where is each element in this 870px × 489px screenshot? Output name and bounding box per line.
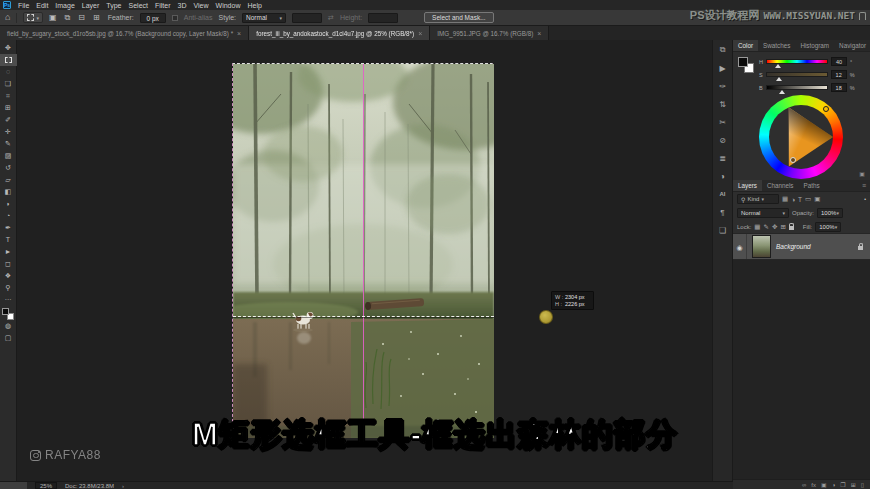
object-selection-tool[interactable]: ❏: [0, 78, 17, 90]
close-icon[interactable]: ×: [537, 30, 541, 37]
close-icon[interactable]: ×: [237, 30, 241, 37]
feather-input[interactable]: 0 px: [140, 13, 166, 23]
paragraph-panel-icon[interactable]: ¶: [715, 205, 731, 219]
guide-line[interactable]: [363, 64, 364, 438]
panel-color-swatches[interactable]: [738, 57, 754, 73]
timeline-panel-icon[interactable]: ≣: [715, 151, 731, 165]
tab-navigator[interactable]: Navigator: [834, 40, 870, 51]
lock-position-icon[interactable]: ✥: [772, 223, 777, 231]
width-input[interactable]: [292, 13, 322, 23]
lock-artboard-icon[interactable]: ⊞: [780, 223, 785, 231]
antialias-checkbox[interactable]: [172, 15, 178, 21]
libraries-panel-icon[interactable]: ❏: [715, 223, 731, 237]
blur-tool[interactable]: ◗: [0, 198, 17, 210]
home-icon[interactable]: ⌂: [5, 13, 10, 22]
shape-filter-icon[interactable]: ▭: [805, 195, 811, 203]
clone-stamp-tool[interactable]: ▨: [0, 150, 17, 162]
properties-panel-icon[interactable]: ⧉: [715, 43, 731, 57]
menu-filter[interactable]: Filter: [155, 2, 171, 9]
layer-mask-icon[interactable]: ▣: [821, 481, 827, 488]
menu-3d[interactable]: 3D: [178, 2, 187, 9]
document-tab-forest[interactable]: forest_iii_by_andokastock_d1ci4u7.jpg @ …: [249, 26, 430, 40]
intersect-selection-mode[interactable]: ⊞: [93, 13, 102, 22]
delete-layer-icon[interactable]: ▯: [861, 481, 864, 488]
foreground-background-swatches[interactable]: [2, 308, 14, 320]
saturation-value[interactable]: 12: [831, 70, 847, 79]
history-brush-tool[interactable]: ↺: [0, 162, 17, 174]
layer-visibility-eye-icon[interactable]: ◉: [733, 234, 747, 259]
panel-menu-icon[interactable]: ≡: [858, 180, 870, 191]
document-tab-field[interactable]: field_by_sugary_stock_d1ro5sb.jpg @ 16.7…: [0, 26, 249, 40]
menu-help[interactable]: Help: [247, 2, 261, 9]
layer-name[interactable]: Background: [776, 243, 858, 250]
foreground-color-swatch[interactable]: [738, 57, 748, 67]
type-filter-icon[interactable]: T: [798, 196, 802, 203]
tab-histogram[interactable]: Histogram: [795, 40, 834, 51]
color-wheel[interactable]: [759, 95, 843, 179]
frame-tool[interactable]: ⊞: [0, 102, 17, 114]
opacity-input[interactable]: 100% ▾: [817, 208, 843, 218]
adjustments-panel-icon[interactable]: ◑: [715, 169, 731, 183]
menu-window[interactable]: Window: [216, 2, 241, 9]
screen-mode-button[interactable]: ▢: [0, 332, 17, 344]
hue-marker[interactable]: [823, 106, 829, 112]
rectangle-tool[interactable]: ◻: [0, 258, 17, 270]
menu-image[interactable]: Image: [55, 2, 74, 9]
add-selection-mode[interactable]: ⧉: [65, 13, 73, 23]
menu-type[interactable]: Type: [106, 2, 121, 9]
subtract-selection-mode[interactable]: ⊟: [78, 13, 87, 22]
wheel-options-icon[interactable]: ▣: [859, 170, 865, 177]
current-tool-preset[interactable]: ▾: [23, 12, 43, 23]
glyphs-panel-icon[interactable]: ✂: [715, 115, 731, 129]
menu-view[interactable]: View: [194, 2, 209, 9]
path-selection-tool[interactable]: ►: [0, 246, 17, 258]
type-tool[interactable]: T: [0, 234, 17, 246]
smart-object-filter-icon[interactable]: ▣: [814, 195, 820, 203]
blend-mode-select[interactable]: Normal ▾: [737, 208, 789, 218]
tab-swatches[interactable]: Swatches: [758, 40, 795, 51]
layer-group-icon[interactable]: ❐: [840, 481, 845, 488]
quick-mask-button[interactable]: ◍: [0, 320, 17, 332]
brightness-slider[interactable]: [766, 85, 828, 90]
shade-marker[interactable]: [790, 157, 796, 163]
dodge-tool[interactable]: ◔: [0, 210, 17, 222]
pen-tool[interactable]: ✒: [0, 222, 17, 234]
brightness-value[interactable]: 18: [831, 83, 847, 92]
brush-settings-panel-icon[interactable]: ✑: [715, 79, 731, 93]
symmetry-panel-icon[interactable]: ⊘: [715, 133, 731, 147]
hand-tool[interactable]: ❖: [0, 270, 17, 282]
ai-panel-icon[interactable]: AI: [715, 187, 731, 201]
rectangular-marquee-tool[interactable]: [0, 54, 17, 66]
gradient-tool[interactable]: ◧: [0, 186, 17, 198]
actions-panel-icon[interactable]: ▶: [715, 61, 731, 75]
menu-file[interactable]: File: [18, 2, 29, 9]
status-options-chevron[interactable]: ›: [122, 483, 124, 489]
paragraph-styles-panel-icon[interactable]: ⇅: [715, 97, 731, 111]
new-layer-icon[interactable]: ⊞: [851, 481, 856, 488]
adjustment-layer-icon[interactable]: ◑: [832, 482, 836, 488]
link-layers-icon[interactable]: ∞: [802, 482, 806, 488]
hue-slider[interactable]: [766, 59, 828, 64]
menu-select[interactable]: Select: [129, 2, 148, 9]
pixel-filter-icon[interactable]: ▦: [782, 195, 788, 203]
style-select[interactable]: Normal ▾: [242, 13, 286, 23]
adjustment-filter-icon[interactable]: ◑: [791, 196, 795, 203]
lasso-tool[interactable]: ◌: [0, 66, 17, 78]
eraser-tool[interactable]: ▱: [0, 174, 17, 186]
crop-tool[interactable]: ⌗: [0, 90, 17, 102]
select-and-mask-button[interactable]: Select and Mask...: [424, 12, 493, 23]
foreground-color-swatch[interactable]: [2, 308, 9, 315]
brush-tool[interactable]: ✎: [0, 138, 17, 150]
swap-dimensions-icon[interactable]: ⇄: [328, 14, 334, 22]
zoom-level-input[interactable]: 25%: [35, 482, 57, 489]
edit-toolbar-button[interactable]: ⋯: [0, 294, 17, 306]
tab-layers[interactable]: Layers: [733, 180, 762, 191]
layer-filter-kind-select[interactable]: ⚲ Kind ▾: [737, 194, 779, 204]
tab-color[interactable]: Color: [733, 40, 758, 51]
lock-transparency-icon[interactable]: ▦: [754, 223, 760, 231]
saturation-slider[interactable]: [766, 72, 828, 77]
lock-all-icon[interactable]: [789, 226, 794, 230]
document-tab-img9951[interactable]: IMG_9951.JPG @ 16.7% (RGB/8) ×: [430, 26, 549, 40]
new-selection-mode[interactable]: ▣: [49, 13, 59, 22]
layer-effects-icon[interactable]: fx: [811, 482, 816, 488]
